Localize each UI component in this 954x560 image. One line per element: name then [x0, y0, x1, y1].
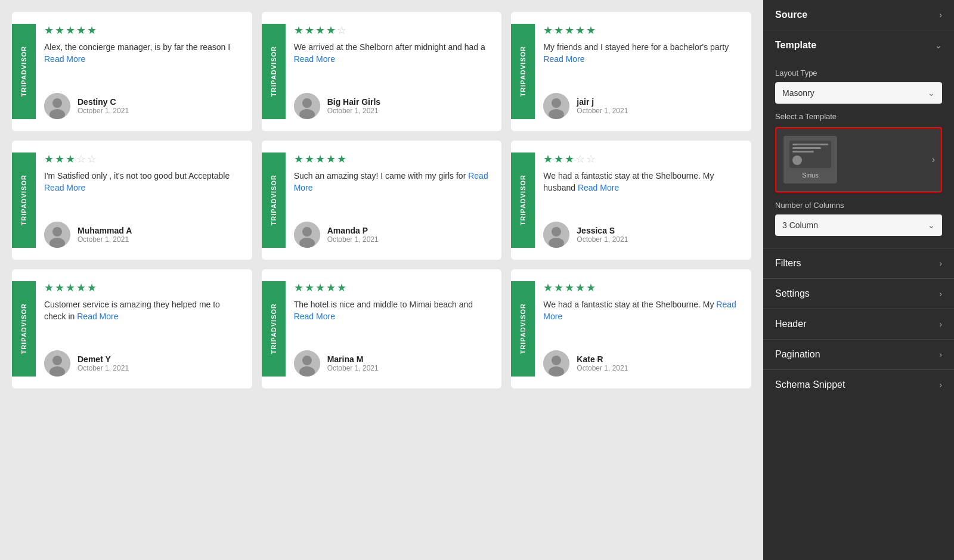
svg-point-1	[52, 98, 62, 108]
star-icon: ★	[66, 24, 75, 37]
template-picker[interactable]: Sirius ›	[775, 127, 942, 192]
star-icon: ★	[66, 153, 75, 166]
reviewer-details: jair j October 1, 2021	[577, 97, 628, 115]
sidebar-item-header[interactable]: Header ›	[763, 309, 954, 340]
schema-snippet-label: Schema Snippet	[775, 379, 845, 390]
reviewer-info: Big Hair Girls October 1, 2021	[294, 93, 490, 119]
review-text: Such an amazing stay! I came with my gir…	[294, 170, 490, 194]
columns-select[interactable]: 3 Column	[775, 214, 942, 236]
star-icon: ★	[294, 153, 303, 166]
star-icon: ★	[305, 153, 314, 166]
header-chevron-icon: ›	[939, 319, 942, 329]
reviewer-name: Marina M	[327, 354, 379, 364]
read-more-link[interactable]: Read More	[77, 312, 118, 321]
layout-type-label: Layout Type	[775, 69, 942, 77]
review-card: Tripadvisor ★★★★★ Such an amazing stay! …	[262, 141, 502, 260]
avatar	[44, 350, 70, 377]
read-more-link[interactable]: Read More	[543, 54, 584, 64]
review-card: Tripadvisor ★★★★★ We had a fantastic sta…	[511, 269, 751, 388]
svg-point-4	[302, 98, 312, 108]
sidebar-item-pagination[interactable]: Pagination ›	[763, 340, 954, 370]
tripadvisor-label: Tripadvisor	[519, 46, 526, 97]
reviewer-details: Jessica S October 1, 2021	[577, 226, 628, 244]
star-icon: ★	[543, 24, 553, 37]
star-icon: ★	[554, 281, 563, 294]
star-icon: ★	[66, 281, 75, 294]
settings-label: Settings	[775, 288, 810, 299]
source-section: Source ›	[763, 0, 954, 30]
avatar	[543, 222, 569, 248]
star-icon: ★	[565, 153, 574, 166]
review-card: Tripadvisor ★★★★★ Alex, the concierge ma…	[12, 12, 252, 131]
review-card: Tripadvisor ★★★☆☆ I'm Satisfied only , i…	[12, 141, 252, 260]
review-body: ★★★★★ Alex, the concierge manager, is by…	[44, 24, 240, 119]
tripadvisor-badge: Tripadvisor	[511, 24, 535, 119]
template-body: Layout Type Masonry ⌄ Select a Template …	[763, 69, 954, 248]
reviewer-details: Demet Y October 1, 2021	[78, 354, 129, 372]
tripadvisor-badge: Tripadvisor	[262, 153, 286, 248]
star-icon: ★	[326, 153, 336, 166]
tripadvisor-badge: Tripadvisor	[12, 281, 36, 377]
read-more-link[interactable]: Read More	[294, 171, 488, 192]
review-body: ★★★★★ The hotel is nice and middle to Mi…	[294, 281, 490, 377]
filters-label: Filters	[775, 258, 801, 269]
read-more-link[interactable]: Read More	[44, 183, 85, 192]
tripadvisor-badge: Tripadvisor	[511, 281, 535, 377]
layout-type-select[interactable]: Masonry	[775, 82, 942, 104]
reviews-grid: Tripadvisor ★★★★★ Alex, the concierge ma…	[12, 12, 751, 388]
tripadvisor-label: Tripadvisor	[270, 46, 277, 97]
star-icon: ★	[565, 281, 574, 294]
read-more-link[interactable]: Read More	[578, 183, 619, 192]
columns-select-wrapper: 3 Column ⌄	[775, 214, 942, 236]
review-top: ★★★★★ Alex, the concierge manager, is by…	[44, 24, 240, 69]
sidebar-item-settings[interactable]: Settings ›	[763, 279, 954, 309]
source-header[interactable]: Source ›	[763, 0, 954, 30]
review-text: We had a fantastic stay at the Shelbourn…	[543, 299, 739, 322]
svg-point-19	[52, 356, 62, 365]
svg-point-25	[552, 356, 561, 365]
review-card: Tripadvisor ★★★★☆ We arrived at the Shel…	[262, 12, 502, 131]
reviewer-info: Marina M October 1, 2021	[294, 350, 490, 377]
star-icon: ★	[315, 153, 325, 166]
review-top: ★★★★★ We had a fantastic stay at the She…	[543, 281, 739, 326]
star-rating: ★★★★★	[294, 281, 490, 294]
pagination-label: Pagination	[775, 349, 820, 360]
review-body: ★★★★★ Customer service is amazing they h…	[44, 281, 240, 377]
template-header[interactable]: Template ⌄	[763, 30, 954, 60]
star-icon: ★	[55, 153, 64, 166]
reviewer-details: Amanda P October 1, 2021	[327, 226, 379, 244]
reviewer-details: Destiny C October 1, 2021	[78, 97, 129, 115]
sidebar-item-schema-snippet[interactable]: Schema Snippet ›	[763, 370, 954, 400]
star-icon: ★	[337, 281, 346, 294]
read-more-link[interactable]: Read More	[294, 54, 335, 64]
avatar	[294, 93, 320, 119]
read-more-link[interactable]: Read More	[44, 54, 85, 64]
template-nav-right-icon[interactable]: ›	[932, 154, 935, 165]
source-title: Source	[775, 10, 807, 20]
review-text: We had a fantastic stay at the Shelbourn…	[543, 170, 739, 194]
star-icon: ★	[543, 281, 553, 294]
star-icon: ☆	[337, 24, 346, 37]
review-body: ★★★★★ Such an amazing stay! I came with …	[294, 153, 490, 248]
template-card-sirius[interactable]: Sirius	[783, 136, 837, 183]
star-rating: ★★★★★	[543, 281, 739, 294]
star-icon: ★	[76, 24, 86, 37]
read-more-link[interactable]: Read More	[543, 300, 736, 321]
read-more-link[interactable]: Read More	[294, 312, 335, 321]
reviewer-date: October 1, 2021	[78, 107, 129, 115]
review-card: Tripadvisor ★★★★★ My friends and I staye…	[511, 12, 751, 131]
sidebar-item-filters[interactable]: Filters ›	[763, 248, 954, 279]
star-icon: ★	[315, 281, 325, 294]
template-section: Template ⌄ Layout Type Masonry ⌄ Select …	[763, 30, 954, 248]
layout-type-select-wrapper: Masonry ⌄	[775, 82, 942, 104]
star-icon: ★	[294, 24, 303, 37]
reviewer-info: Kate R October 1, 2021	[543, 350, 739, 377]
star-icon: ★	[543, 153, 553, 166]
star-rating: ★★★★★	[543, 24, 739, 37]
reviewer-name: Demet Y	[78, 354, 129, 364]
star-icon: ☆	[87, 153, 97, 166]
svg-point-22	[302, 356, 312, 365]
review-text: I'm Satisfied only , it's not too good b…	[44, 170, 240, 194]
star-icon: ★	[305, 24, 314, 37]
star-icon: ★	[554, 153, 563, 166]
